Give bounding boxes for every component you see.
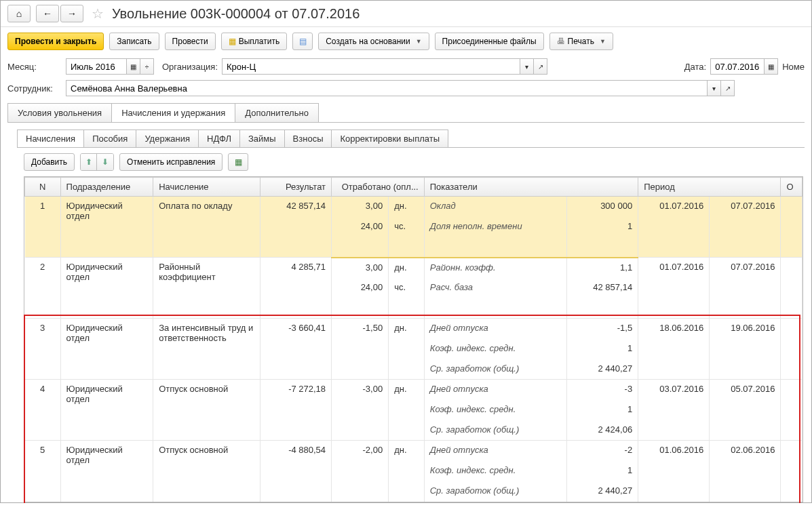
table-row[interactable]: 4Юридический отделОтпуск основной-7 272,… [25,380,803,400]
move-up-button[interactable]: ⬆ [81,154,97,170]
pay-button[interactable]: ▦Выплатить [221,33,288,50]
col-indicators[interactable]: Показатели [424,178,638,197]
sub-tabs: Начисления Пособия Удержания НДФЛ Займы … [17,130,805,147]
attachments-button[interactable]: Присоединенные файлы [435,33,544,50]
create-based-button[interactable]: Создать на основании▼ [318,33,429,50]
subtab-accruals[interactable]: Начисления [17,130,84,147]
subtab-ndfl[interactable]: НДФЛ [198,130,240,147]
page-title: Увольнение 003К-000004 от 07.07.2016 [112,6,360,22]
table-row[interactable]: 3Юридический отделЗа интенсивный труд и … [25,319,803,339]
col-result[interactable]: Результат [260,178,331,197]
subtab-loans[interactable]: Займы [239,130,285,147]
subtab-payment-corrections[interactable]: Корректировки выплаты [331,130,448,147]
col-last[interactable]: О [781,178,803,197]
add-button[interactable]: Добавить [24,153,75,171]
date-input[interactable] [710,58,765,75]
employee-input[interactable] [66,80,708,96]
post-close-button[interactable]: Провести и закрыть [7,33,104,50]
forward-button[interactable]: → [60,5,83,22]
col-accrual[interactable]: Начисление [153,178,260,197]
move-down-button[interactable]: ⬇ [97,154,113,170]
date-picker-icon[interactable]: ▦ [765,58,778,75]
cancel-corrections-button[interactable]: Отменить исправления [119,153,223,171]
month-picker-icon[interactable]: ▦ [127,58,140,75]
subtab-benefits[interactable]: Пособия [83,130,136,147]
month-label: Месяц: [7,62,62,72]
org-open-icon[interactable]: ↗ [534,58,547,75]
employee-open-icon[interactable]: ↗ [721,80,735,96]
org-dropdown-icon[interactable]: ▾ [520,58,534,75]
print-button[interactable]: 🖶Печать▼ [549,33,613,50]
tab-dismissal-conditions[interactable]: Условия увольнения [7,103,112,122]
employee-label: Сотрудник: [7,83,62,94]
org-input[interactable] [222,58,520,75]
date-label: Дата: [684,62,706,72]
col-n[interactable]: N [25,178,61,197]
show-details-button[interactable]: ▦ [228,153,248,171]
tab-accruals-deductions[interactable]: Начисления и удержания [111,103,235,122]
col-worked[interactable]: Отработано (опл... [332,178,425,197]
table-row[interactable]: 1Юридический отделОплата по окладу42 857… [25,197,803,217]
subtab-contributions[interactable]: Взносы [284,130,332,147]
table-row[interactable]: 5Юридический отделОтпуск основной-4 880,… [25,441,803,461]
tab-additional[interactable]: Дополнительно [235,103,319,122]
col-department[interactable]: Подразделение [60,178,153,197]
list-button[interactable]: ▤ [292,33,313,50]
number-label: Номе [782,62,805,72]
titlebar: ⌂ ← → ☆ Увольнение 003К-000004 от 07.07.… [1,1,811,27]
subtab-deductions[interactable]: Удержания [136,130,199,147]
home-button[interactable]: ⌂ [7,5,31,22]
month-spinner-icon[interactable]: ÷ [140,58,154,75]
org-label: Организация: [162,62,218,72]
month-input[interactable] [66,58,127,75]
main-tabs: Условия увольнения Начисления и удержани… [7,103,805,122]
save-button[interactable]: Записать [109,33,159,50]
main-toolbar: Провести и закрыть Записать Провести ▦Вы… [1,27,811,56]
back-button[interactable]: ← [36,5,59,22]
table-row[interactable]: 2Юридический отделРайонный коэффициент4 … [25,258,803,278]
col-period[interactable]: Период [638,178,781,197]
post-button[interactable]: Провести [165,33,216,50]
favorite-icon[interactable]: ☆ [92,5,104,22]
employee-dropdown-icon[interactable]: ▾ [708,80,721,96]
accruals-table[interactable]: N Подразделение Начисление Результат Отр… [24,177,803,502]
